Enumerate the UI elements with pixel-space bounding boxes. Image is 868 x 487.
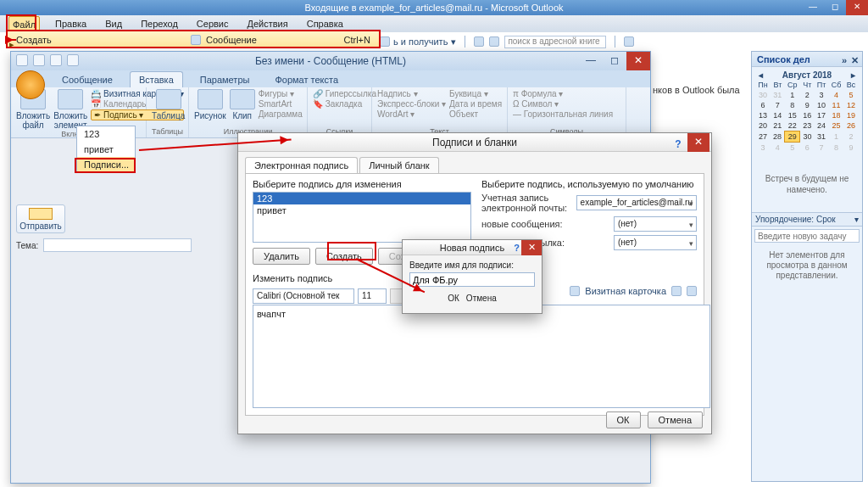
subject-label: Тема: xyxy=(16,241,38,250)
tasks-sort-header[interactable]: Упорядочение: Срок ▾ xyxy=(752,213,862,227)
dropcap-button[interactable]: Буквица ▾ xyxy=(449,89,502,98)
search-contact-icon[interactable] xyxy=(489,36,499,47)
formula-button[interactable]: π Формула ▾ xyxy=(513,89,613,98)
delete-signature-button[interactable]: Удалить xyxy=(253,248,310,265)
minimize-button[interactable]: — xyxy=(802,0,824,15)
ribbon-group-links: 🔗 Гиперссылка 🔖 Закладка Ссылки xyxy=(308,87,372,137)
default-signature-label: Выберите подпись, используемую по умолча… xyxy=(481,179,697,189)
signature-listbox[interactable]: 123 привет xyxy=(253,192,471,243)
wordart-button[interactable]: WordArt ▾ xyxy=(377,109,446,119)
tab-insert[interactable]: Вставка xyxy=(130,71,183,87)
newmsg-select[interactable]: (нет) xyxy=(614,216,697,232)
shapes-button[interactable]: Фигуры ▾ xyxy=(259,89,303,98)
addressbook-search-input[interactable]: поиск в адресной книге xyxy=(504,36,606,48)
bizcard-icon[interactable] xyxy=(570,286,580,296)
chart-button[interactable]: Диаграмма xyxy=(259,109,303,119)
quick-access-toolbar xyxy=(16,54,79,66)
compose-header: Отправить Тема: xyxy=(16,204,126,252)
signature-menu-item-1[interactable]: 123 xyxy=(77,126,135,142)
smartart-button[interactable]: SmartArt xyxy=(259,99,303,109)
hr-button[interactable]: — Горизонтальная линия xyxy=(513,109,613,119)
object-button[interactable]: Объект xyxy=(449,109,502,119)
hyperlink-button[interactable]: 🔗 Гиперссылка xyxy=(313,89,376,98)
new-signature-title: Новая подпись ? ✕ xyxy=(403,240,542,255)
sidebar-chevrons-icon[interactable]: » xyxy=(842,53,847,68)
addressbook-icon[interactable] xyxy=(474,36,484,47)
newsig-close-button[interactable]: ✕ xyxy=(521,240,542,255)
table-button[interactable]: Таблица xyxy=(152,89,185,120)
newsig-cancel-button[interactable]: Отмена xyxy=(466,294,497,303)
textbox-button[interactable]: Надпись ▾ xyxy=(377,89,446,98)
picture-icon xyxy=(198,89,223,109)
new-message-label: Сообщение xyxy=(206,35,257,45)
font-size-select[interactable]: 11 xyxy=(358,288,387,304)
file-menu-new-message[interactable]: Сообщение Ctrl+N xyxy=(186,35,379,45)
sidebar-close-icon[interactable]: ✕ xyxy=(851,53,859,68)
bookmark-button[interactable]: 🔖 Закладка xyxy=(313,99,376,109)
menu-file[interactable]: Файл xyxy=(8,16,40,31)
infobar-fragment: нков в Outlook была xyxy=(653,85,740,95)
calendar-grid[interactable]: ПнВтСрЧтПтСбВс30311234567891011121314151… xyxy=(755,80,859,153)
compose-close-button[interactable]: ✕ xyxy=(626,52,650,70)
link-icon[interactable] xyxy=(687,286,697,296)
signature-menu-item-2[interactable]: привет xyxy=(77,142,135,157)
new-message-shortcut: Ctrl+N xyxy=(344,35,370,45)
subject-input[interactable] xyxy=(43,238,192,252)
bizcard-button[interactable]: Визитная карточка xyxy=(585,286,666,296)
menu-help[interactable]: Справка xyxy=(303,16,347,31)
cal-prev-icon[interactable]: ◂ xyxy=(759,70,763,80)
signature-list-item[interactable]: привет xyxy=(253,204,470,216)
menu-actions[interactable]: Действия xyxy=(244,16,292,31)
ribbon-group-symbols: π Формула ▾ Ω Символ ▾ — Горизонтальная … xyxy=(508,87,626,137)
send-receive-button[interactable]: ь и получить ▾ xyxy=(380,36,456,48)
quickparts-button[interactable]: Экспресс-блоки ▾ xyxy=(377,99,446,109)
font-family-select[interactable]: Calibri (Основной тек xyxy=(253,288,354,304)
datetime-button[interactable]: Дата и время xyxy=(449,99,502,109)
newsig-name-input[interactable] xyxy=(409,272,535,287)
symbol-button[interactable]: Ω Символ ▾ xyxy=(513,99,613,109)
file-menu-create[interactable]: Создать xyxy=(8,35,186,45)
signatures-ok-button[interactable]: ОК xyxy=(606,411,641,428)
signature-menu-signatures[interactable]: Подписи... xyxy=(77,157,135,172)
clipart-button[interactable]: Клип xyxy=(230,89,255,120)
tab-format[interactable]: Формат текста xyxy=(266,72,347,87)
qat-save-icon[interactable] xyxy=(16,54,28,66)
close-button[interactable]: ✕ xyxy=(846,0,868,15)
sendreceive-icon xyxy=(380,36,390,47)
new-task-input[interactable] xyxy=(754,229,860,243)
newsig-ok-button[interactable]: ОК xyxy=(448,294,459,303)
newsig-help-icon[interactable]: ? xyxy=(514,240,520,255)
dialog-help-icon[interactable]: ? xyxy=(670,135,686,150)
compose-minimize-button[interactable]: — xyxy=(579,52,603,70)
cal-next-icon[interactable]: ▸ xyxy=(851,70,855,80)
attach-item-button[interactable]: Вложить элемент xyxy=(53,89,87,130)
signature-list-item[interactable]: 123 xyxy=(253,193,470,204)
chevron-right-icon: ▸ xyxy=(8,39,16,41)
menu-edit[interactable]: Правка xyxy=(52,16,90,31)
table-icon xyxy=(156,89,181,109)
help-icon[interactable] xyxy=(624,36,634,47)
tab-email-signature[interactable]: Электронная подпись xyxy=(245,157,358,173)
maximize-button[interactable]: ◻ xyxy=(824,0,846,15)
mini-calendar: ◂ Август 2018 ▸ ПнВтСрЧтПтСбВс3031123456… xyxy=(752,67,862,156)
signature-editor[interactable]: вчапчт xyxy=(253,305,710,408)
compose-maximize-button[interactable]: ◻ xyxy=(603,52,626,70)
signatures-cancel-button[interactable]: Отмена xyxy=(648,411,703,428)
image-icon[interactable] xyxy=(671,286,682,296)
dialog-close-button[interactable]: ✕ xyxy=(687,133,709,152)
tab-options[interactable]: Параметры xyxy=(192,72,259,87)
tab-stationery[interactable]: Личный бланк xyxy=(359,157,439,173)
menu-view[interactable]: Вид xyxy=(102,16,125,31)
qat-undo-icon[interactable] xyxy=(33,54,45,66)
compose-title: Без имени - Сообщение (HTML) xyxy=(255,55,406,67)
reply-select[interactable]: (нет) xyxy=(614,235,697,250)
send-button[interactable]: Отправить xyxy=(16,204,65,233)
tab-message[interactable]: Сообщение xyxy=(53,72,121,87)
account-select[interactable]: example_for_articles@mail.ru xyxy=(576,195,697,210)
picture-button[interactable]: Рисунок xyxy=(194,89,226,120)
menu-tools[interactable]: Сервис xyxy=(193,16,232,31)
office-button[interactable] xyxy=(16,70,45,99)
qat-redo-icon[interactable] xyxy=(50,54,62,66)
menu-go[interactable]: Переход xyxy=(137,16,181,31)
qat-more-icon[interactable] xyxy=(67,54,79,66)
